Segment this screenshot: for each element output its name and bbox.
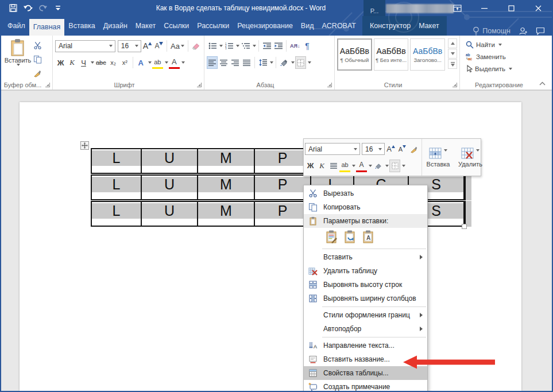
underline-dropdown-arrow[interactable] <box>91 61 94 64</box>
table-cell[interactable]: U <box>142 202 198 226</box>
mini-borders-icon[interactable] <box>389 160 400 172</box>
mini-delete-button[interactable]: Удалить <box>454 139 486 176</box>
mini-font-color-button[interactable]: А <box>356 160 367 172</box>
styles-scroll-up-icon[interactable] <box>448 38 457 48</box>
decrease-indent-icon[interactable] <box>261 40 272 52</box>
mini-shrink-font-icon[interactable]: A <box>397 143 408 156</box>
menu-item-cut[interactable]: Вырезать <box>304 187 427 200</box>
table-cell[interactable]: L <box>92 176 142 199</box>
highlight-dropdown-arrow[interactable] <box>165 61 168 64</box>
text-effects-button[interactable]: А <box>136 56 146 69</box>
mini-highlight-button[interactable]: ab <box>339 160 350 172</box>
multilevel-dropdown-arrow[interactable] <box>253 45 256 47</box>
table-cell[interactable]: M <box>198 149 255 173</box>
format-painter-icon[interactable] <box>32 67 43 79</box>
sort-button[interactable]: АЯ↓ <box>289 40 301 52</box>
tab-table-layout[interactable]: Макет <box>415 16 443 36</box>
shading-dropdown-arrow[interactable] <box>291 61 295 64</box>
increase-indent-icon[interactable] <box>273 40 284 52</box>
font-size-combo[interactable]: 16 <box>118 40 141 52</box>
menu-item-copy[interactable]: Копировать <box>304 200 427 214</box>
borders-dropdown-arrow[interactable] <box>308 61 311 64</box>
paragraph-dialog-launcher-icon[interactable] <box>327 83 332 87</box>
tab-view[interactable]: Вид <box>297 16 318 36</box>
numbering-button[interactable]: 123 <box>223 40 234 52</box>
strikethrough-button[interactable]: abc <box>95 56 107 69</box>
tab-design[interactable]: Дизайн <box>99 16 132 36</box>
italic-button[interactable]: К <box>67 56 78 69</box>
copy-icon[interactable] <box>32 53 43 66</box>
clear-formatting-icon[interactable] <box>191 40 202 52</box>
customize-quick-access-icon[interactable] <box>52 2 64 14</box>
clipboard-dialog-launcher-icon[interactable] <box>45 83 50 87</box>
shrink-font-icon[interactable]: A <box>153 40 164 52</box>
tab-file[interactable]: Файл <box>3 16 29 36</box>
mini-italic-button[interactable]: К <box>316 160 327 172</box>
text-effects-dropdown-arrow[interactable] <box>148 61 152 64</box>
tab-mailings[interactable]: Рассылки <box>193 16 233 36</box>
comments-icon[interactable] <box>536 27 545 35</box>
change-case-button[interactable]: Aa <box>169 40 185 52</box>
tab-layout[interactable]: Макет <box>132 16 160 36</box>
menu-item-border-styles[interactable]: Стили оформления границ <box>304 308 427 322</box>
styles-dialog-launcher-icon[interactable] <box>453 83 457 87</box>
select-button[interactable]: Выделить <box>466 63 536 75</box>
bold-button[interactable]: Ж <box>55 56 66 69</box>
bullets-button[interactable] <box>207 40 218 52</box>
undo-icon[interactable] <box>22 2 34 14</box>
share-person-icon[interactable] <box>519 27 528 36</box>
tab-references[interactable]: Ссылки <box>160 16 193 36</box>
mini-grow-font-icon[interactable]: A <box>385 143 396 156</box>
ribbon-display-options-icon[interactable] <box>444 0 471 16</box>
show-paragraph-marks-button[interactable]: ¶ <box>301 40 312 52</box>
collapse-ribbon-icon[interactable] <box>537 79 547 87</box>
tab-acrobat[interactable]: ACROBAT <box>318 16 360 36</box>
align-left-button[interactable] <box>207 56 218 69</box>
grow-font-icon[interactable]: A <box>142 40 153 52</box>
style-heading[interactable]: АаБбВвЗаголово... <box>410 38 445 71</box>
table-cell[interactable]: U <box>142 149 198 173</box>
tell-me-help[interactable]: Помощн <box>473 26 511 36</box>
table-cell[interactable]: M <box>198 202 255 226</box>
bullets-dropdown-arrow[interactable] <box>219 45 223 47</box>
save-icon[interactable] <box>7 2 20 14</box>
menu-item-distribute-columns[interactable]: Выровнять ширину столбцов <box>304 292 427 305</box>
tab-insert[interactable]: Вставка <box>64 16 99 36</box>
underline-button[interactable]: Ч <box>78 56 89 69</box>
redo-icon[interactable] <box>37 2 49 14</box>
cut-icon[interactable] <box>32 40 43 52</box>
mini-font-name-combo[interactable]: Arial <box>305 143 360 155</box>
styles-more-icon[interactable] <box>448 59 457 69</box>
table-cell[interactable]: L <box>92 202 142 226</box>
paste-keep-source-formatting-icon[interactable] <box>324 230 339 244</box>
mini-bold-button[interactable]: Ж <box>305 160 316 172</box>
style-no-spacing[interactable]: АаБбВв¶ Без инте... <box>374 38 409 71</box>
table-move-handle[interactable] <box>80 141 89 150</box>
shading-button[interactable] <box>279 56 289 69</box>
mini-align-icon[interactable] <box>328 160 339 172</box>
menu-item-text-direction[interactable]: A Направление текста... <box>304 339 427 352</box>
table-cell[interactable]: L <box>92 149 142 173</box>
align-right-button[interactable] <box>230 56 241 69</box>
highlight-button[interactable]: ab <box>152 56 163 69</box>
menu-item-new-comment[interactable]: Создать примечание <box>304 380 427 392</box>
font-color-button[interactable]: А <box>169 56 180 69</box>
table-resize-handle[interactable] <box>462 224 467 229</box>
menu-item-distribute-rows[interactable]: Выровнять высоту строк <box>304 278 427 292</box>
tab-review[interactable]: Рецензирование <box>233 16 297 36</box>
font-color-dropdown-arrow[interactable] <box>181 61 185 64</box>
line-spacing-button[interactable] <box>257 56 268 69</box>
justify-button[interactable] <box>241 56 252 69</box>
menu-item-autofit[interactable]: Автоподбор <box>304 322 427 336</box>
paste-dropdown-arrow[interactable] <box>17 64 20 66</box>
maximize-icon[interactable] <box>498 0 525 16</box>
menu-item-delete-table[interactable]: Удалить таблицу <box>304 264 427 278</box>
paste-button[interactable]: Вставить <box>3 38 32 79</box>
font-dialog-launcher-icon[interactable] <box>197 83 202 87</box>
find-button[interactable]: Найти <box>466 38 536 51</box>
tab-table-design[interactable]: Конструктор <box>366 16 415 36</box>
menu-item-insert[interactable]: Вставить <box>304 250 427 264</box>
mini-font-size-combo[interactable]: 16 <box>362 143 385 155</box>
minimize-icon[interactable] <box>471 0 498 16</box>
font-name-combo[interactable]: Arial <box>55 40 115 52</box>
